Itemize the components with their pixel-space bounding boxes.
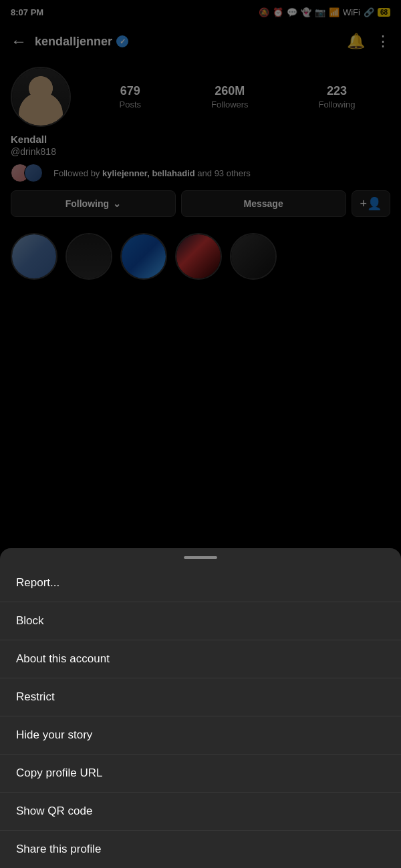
sheet-handle[interactable] <box>0 548 401 564</box>
menu-item-restrict[interactable]: Restrict <box>0 678 401 716</box>
menu-item-qr-code[interactable]: Show QR code <box>0 793 401 831</box>
menu-item-share-profile[interactable]: Share this profile <box>0 831 401 868</box>
menu-item-about[interactable]: About this account <box>0 640 401 678</box>
menu-item-block[interactable]: Block <box>0 602 401 640</box>
bottom-sheet: Report... Block About this account Restr… <box>0 548 401 868</box>
menu-item-copy-url[interactable]: Copy profile URL <box>0 754 401 793</box>
menu-item-report[interactable]: Report... <box>0 564 401 602</box>
menu-item-hide-story[interactable]: Hide your story <box>0 716 401 754</box>
handle-bar <box>184 556 217 559</box>
